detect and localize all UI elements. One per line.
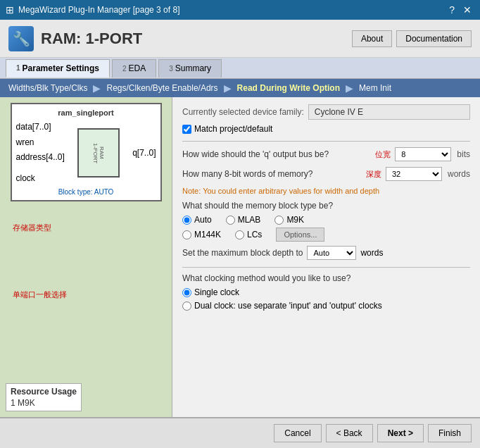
radio-auto[interactable]: Auto [182, 215, 212, 225]
max-depth-select[interactable]: Auto 32 64 128 [307, 246, 356, 260]
diagram-block-label: 1-PORTRAM [89, 140, 108, 166]
help-button[interactable]: ? [446, 4, 457, 15]
block-type-question: What should the memory block type be? [182, 201, 470, 211]
block-type-row-2: M144K LCs Options... [182, 228, 470, 242]
title-bar-title: MegaWizard Plug-In Manager [page 3 of 8] [18, 5, 179, 15]
tab3-num: 3 [169, 65, 173, 73]
block-type-link[interactable]: Block type: AUTO [16, 188, 156, 196]
resource-value: 1 M9K [11, 398, 77, 408]
back-button[interactable]: < Back [326, 424, 373, 442]
width-unit: bits [457, 149, 470, 159]
tab2-num: 2 [122, 65, 127, 73]
block-type-radio-group: Auto MLAB M9K M144K LCs [182, 215, 470, 242]
breadcrumb-read-during-write[interactable]: Read During Write Option [232, 82, 346, 94]
separator-2 [182, 267, 470, 268]
right-panel: Currently selected device family: Cyclon… [172, 97, 480, 417]
device-family-value: Cyclone IV E [308, 104, 470, 120]
device-family-row: Currently selected device family: Cyclon… [182, 104, 470, 120]
diagram-right-signals: q[7..0] [132, 148, 156, 158]
tab3-label: Summary [175, 63, 211, 73]
block-type-row-1: Auto MLAB M9K [182, 215, 470, 225]
tab-parameter-settings[interactable]: 1 Parameter Settings [6, 59, 110, 77]
annotation-storage-type: 存储器类型 [13, 223, 166, 233]
breadcrumb-widths[interactable]: Widths/Blk Type/Clks [3, 82, 93, 94]
options-button[interactable]: Options... [276, 228, 324, 242]
device-family-label: Currently selected device family: [182, 107, 304, 117]
tab1-label: Parameter Settings [23, 63, 99, 73]
tabs-bar: 1 Parameter Settings 2 EDA 3 Summary [0, 58, 480, 79]
width-label: How wide should the 'q' output bus be? [182, 149, 368, 159]
breadcrumb-regs[interactable]: Regs/Clken/Byte Enable/Adrs [101, 82, 223, 94]
documentation-button[interactable]: Documentation [396, 30, 472, 47]
depth-label-cn: 深度 [366, 169, 381, 180]
diagram-title: ram_singleport [16, 108, 156, 117]
radio-lcs[interactable]: LCs [235, 230, 262, 239]
max-depth-unit: words [360, 248, 383, 258]
note-text: Note: You could enter arbitrary values f… [182, 187, 470, 195]
match-project-row: Match project/default [182, 124, 470, 134]
tab1-num: 1 [16, 64, 20, 72]
diagram-inner: data[7..0] wren address[4..0] clock 1-PO… [16, 120, 156, 186]
main-content: ram_singleport data[7..0] wren address[4… [0, 97, 480, 417]
breadcrumb-bar: Widths/Blk Type/Clks ▶ Regs/Clken/Byte E… [0, 79, 480, 97]
depth-unit: words [448, 169, 470, 179]
cancel-button[interactable]: Cancel [274, 424, 321, 442]
max-depth-row: Set the maximum block depth to Auto 32 6… [182, 246, 470, 260]
tab2-label: EDA [129, 63, 146, 73]
radio-single-clock[interactable]: Single clock [182, 287, 470, 297]
width-label-cn: 位宽 [375, 149, 391, 160]
match-project-label: Match project/default [194, 124, 272, 134]
depth-row: How many 8-bit words of memory? 深度 32 64… [182, 167, 470, 181]
breadcrumb-mem-init[interactable]: Mem Init [353, 82, 397, 94]
separator-1 [182, 141, 470, 142]
breadcrumb-sep-1: ▶ [93, 82, 101, 94]
depth-select[interactable]: 32 64 128 [386, 167, 442, 181]
header: 🔧 RAM: 1-PORT About Documentation [0, 20, 480, 58]
next-button[interactable]: Next > [377, 424, 424, 442]
tab-summary[interactable]: 3 Summary [158, 59, 222, 77]
close-button[interactable]: ✕ [460, 4, 474, 15]
depth-label: How many 8-bit words of memory? [182, 169, 359, 179]
app-logo: 🔧 [8, 26, 34, 51]
diagram-block: 1-PORTRAM [77, 128, 120, 178]
match-project-checkbox[interactable] [182, 125, 191, 134]
radio-dual-clock[interactable]: Dual clock: use separate 'input' and 'ou… [182, 301, 470, 311]
title-bar: ⊞ MegaWizard Plug-In Manager [page 3 of … [0, 0, 480, 20]
resource-box: Resource Usage 1 M9K [6, 383, 82, 411]
page-title: RAM: 1-PORT [41, 30, 142, 48]
radio-mlab[interactable]: MLAB [226, 215, 261, 225]
width-row: How wide should the 'q' output bus be? 位… [182, 147, 470, 161]
radio-m9k[interactable]: M9K [274, 215, 304, 225]
finish-button[interactable]: Finish [428, 424, 472, 442]
about-button[interactable]: About [352, 30, 392, 47]
breadcrumb-sep-2: ▶ [224, 82, 232, 94]
diagram-left-signals: data[7..0] wren address[4..0] clock [16, 120, 65, 186]
left-panel: ram_singleport data[7..0] wren address[4… [0, 97, 172, 417]
clocking-question: What clocking method would you like to u… [182, 273, 470, 283]
resource-title: Resource Usage [11, 387, 77, 397]
breadcrumb-sep-3: ▶ [346, 82, 353, 94]
radio-m144k[interactable]: M144K [182, 230, 221, 239]
max-depth-label: Set the maximum block depth to [182, 248, 303, 258]
width-select[interactable]: 8 16 32 [395, 147, 451, 161]
diagram-box: ram_singleport data[7..0] wren address[4… [11, 103, 162, 201]
clocking-radio-group: Single clock Dual clock: use separate 'i… [182, 287, 470, 311]
app-icon: ⊞ [6, 4, 14, 15]
tab-eda[interactable]: 2 EDA [112, 59, 156, 77]
bottom-bar: Cancel < Back Next > Finish [0, 417, 480, 448]
annotation-single-port: 单端口一般选择 [13, 290, 166, 300]
